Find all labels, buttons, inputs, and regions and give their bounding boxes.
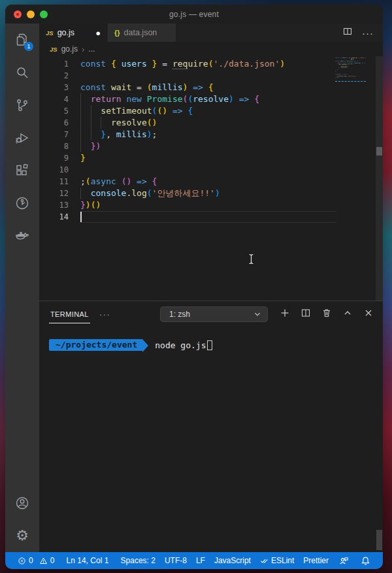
text-caret xyxy=(80,212,82,222)
line-number: 8 xyxy=(39,140,69,152)
code-line-2[interactable]: 2 xyxy=(39,70,383,82)
shell-select-value: 1: zsh xyxy=(169,310,190,319)
json-file-icon: {} xyxy=(114,29,120,37)
activity-item-search-icon[interactable] xyxy=(5,56,39,89)
terminal-cursor xyxy=(207,340,212,350)
status-bar: 0 0 Ln 14, Col 1 Spaces: 2 UTF-8 LF Java… xyxy=(5,552,383,569)
code-line-7[interactable]: 7 }, millis); xyxy=(39,129,383,140)
activity-item-docker-icon[interactable] xyxy=(5,220,39,252)
activity-item-source-control-icon[interactable] xyxy=(5,89,39,122)
notifications-button[interactable] xyxy=(355,556,376,566)
prettier-status[interactable]: Prettier xyxy=(299,552,333,569)
vscode-window: go.js — event 1 ⚙ JSgo.js●{}data.json ··… xyxy=(5,5,383,569)
warning-count: 0 xyxy=(50,556,55,565)
activity-item-account-icon[interactable] xyxy=(5,487,39,519)
breadcrumb-symbol[interactable]: ... xyxy=(88,44,95,54)
encoding-status[interactable]: UTF-8 xyxy=(160,552,191,569)
feedback-person-icon xyxy=(339,556,349,566)
line-number: 11 xyxy=(39,176,69,188)
terminal-scrollbar-thumb[interactable] xyxy=(376,530,382,550)
indentation-status[interactable]: Spaces: 2 xyxy=(116,552,160,569)
code-line-1[interactable]: 1const { users } = require('./data.json'… xyxy=(39,58,383,70)
code-line-14[interactable]: 14 xyxy=(39,211,383,223)
double-check-icon xyxy=(260,557,269,565)
editor-tab-bar: JSgo.js●{}data.json ··· xyxy=(39,24,383,42)
close-window-button[interactable] xyxy=(14,10,22,18)
feedback-button[interactable] xyxy=(333,556,355,566)
activity-item-settings-icon[interactable]: ⚙ xyxy=(5,519,39,552)
error-count: 0 xyxy=(29,556,33,565)
kill-terminal-icon[interactable] xyxy=(321,308,332,321)
code-line-9[interactable]: 9} xyxy=(39,152,383,164)
editor-scrollbar-thumb[interactable] xyxy=(376,147,382,156)
line-number: 14 xyxy=(39,211,69,223)
terminal-prompt-line: ~/projects/event node go.js xyxy=(49,339,383,351)
tab-go.js[interactable]: JSgo.js● xyxy=(39,24,107,42)
line-number: 2 xyxy=(39,70,69,82)
mouse-ibeam-cursor xyxy=(247,252,255,269)
activity-item-extensions-icon[interactable] xyxy=(5,154,39,187)
minimize-window-button[interactable] xyxy=(27,10,35,18)
tab-terminal[interactable]: TERMINAL xyxy=(49,305,90,323)
bell-icon xyxy=(361,556,370,566)
tab-label: data.json xyxy=(124,28,157,37)
tab-data.json[interactable]: {}data.json xyxy=(108,24,176,42)
editor-scrollbar[interactable] xyxy=(376,56,383,301)
code-line-3[interactable]: 3const wait = (millis) => { xyxy=(39,82,383,93)
current-line-highlight xyxy=(80,211,336,223)
modified-dot-icon[interactable]: ● xyxy=(95,28,101,38)
eslint-label: ESLint xyxy=(271,556,294,565)
breadcrumb-separator: › xyxy=(82,44,84,54)
terminal-more-actions-icon[interactable]: ··· xyxy=(99,309,110,319)
editor-more-actions-icon[interactable]: ··· xyxy=(362,27,374,39)
shell-select-dropdown[interactable]: 1: zsh xyxy=(160,306,268,322)
activity-item-explorer-icon[interactable]: 1 xyxy=(5,24,39,56)
chevron-down-icon xyxy=(253,310,262,319)
eol-status[interactable]: LF xyxy=(191,552,210,569)
line-number: 12 xyxy=(39,188,69,199)
cursor-position-status[interactable]: Ln 14, Col 1 xyxy=(62,552,114,569)
maximize-panel-icon[interactable] xyxy=(342,308,353,321)
code-line-10[interactable]: 10 xyxy=(39,164,383,176)
js-file-icon: JS xyxy=(46,29,54,37)
line-number: 6 xyxy=(39,117,69,129)
eslint-status[interactable]: ESLint xyxy=(255,552,299,569)
code-line-11[interactable]: 11;(async () => { xyxy=(39,176,383,188)
tab-label: go.js xyxy=(57,28,74,37)
terminal-cwd-chip: ~/projects/event xyxy=(49,339,142,351)
breadcrumb-file[interactable]: go.js xyxy=(61,44,78,54)
terminal-panel: TERMINAL ··· 1: zsh ~/projects/event nod… xyxy=(39,301,383,552)
window-controls xyxy=(14,10,48,18)
language-mode-status[interactable]: JavaScript xyxy=(210,552,255,569)
code-editor[interactable]: 1const { users } = require('./data.json'… xyxy=(39,56,383,301)
zoom-window-button[interactable] xyxy=(40,10,48,18)
line-number: 4 xyxy=(39,93,69,105)
activity-item-run-debug-icon[interactable] xyxy=(5,122,39,154)
code-line-4[interactable]: 4 return new Promise((resolve) => { xyxy=(39,93,383,105)
js-file-icon: JS xyxy=(50,46,57,53)
code-line-13[interactable]: 13})() xyxy=(39,199,383,211)
new-terminal-icon[interactable] xyxy=(280,308,290,321)
line-number: 7 xyxy=(39,129,69,140)
line-number: 13 xyxy=(39,199,69,211)
terminal-command: node go.js xyxy=(155,340,206,350)
error-icon xyxy=(18,557,26,565)
line-number: 5 xyxy=(39,105,69,117)
code-line-5[interactable]: 5 setTimeout(() => { xyxy=(39,105,383,117)
split-editor-icon[interactable] xyxy=(342,26,353,39)
split-terminal-icon[interactable] xyxy=(301,308,311,321)
activity-item-gitlens-icon[interactable] xyxy=(5,187,39,220)
minimap[interactable]: const { users } = require('./data.json')… xyxy=(335,57,366,82)
problems-status[interactable]: 0 0 xyxy=(13,552,59,569)
terminal-panel-header: TERMINAL ··· 1: zsh xyxy=(39,301,383,327)
title-bar[interactable]: go.js — event xyxy=(5,5,383,24)
close-panel-icon[interactable] xyxy=(363,308,374,321)
code-line-6[interactable]: 6 resolve() xyxy=(39,117,383,129)
warning-icon xyxy=(39,557,48,565)
code-line-12[interactable]: 12 console.log('안녕하세요!!') xyxy=(39,188,383,199)
breadcrumb[interactable]: JS go.js › ... xyxy=(39,42,383,56)
line-number: 10 xyxy=(39,164,69,176)
terminal-output[interactable]: ~/projects/event node go.js xyxy=(39,327,383,351)
code-line-8[interactable]: 8 }) xyxy=(39,140,383,152)
line-number: 9 xyxy=(39,152,69,164)
